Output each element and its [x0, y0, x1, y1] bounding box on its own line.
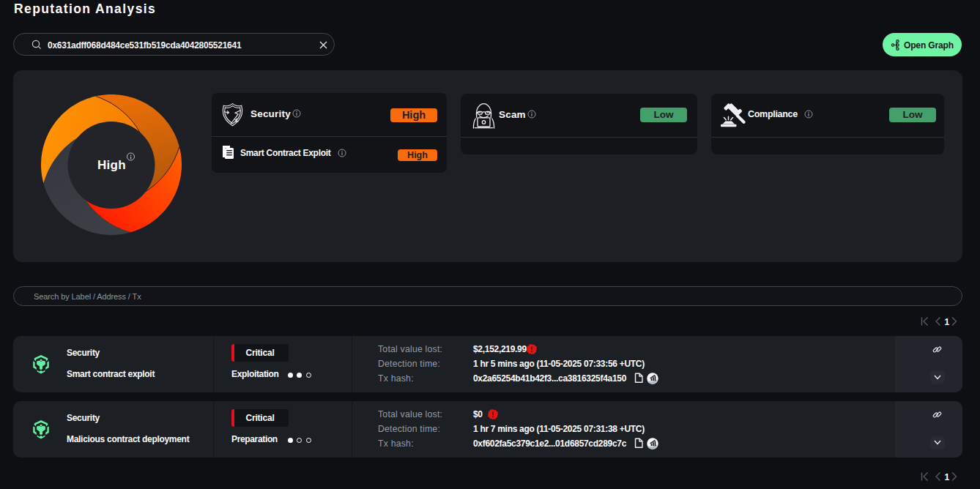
svg-text:High: High	[97, 158, 126, 172]
svg-text:1: 1	[945, 472, 950, 482]
svg-text:1: 1	[945, 317, 950, 327]
